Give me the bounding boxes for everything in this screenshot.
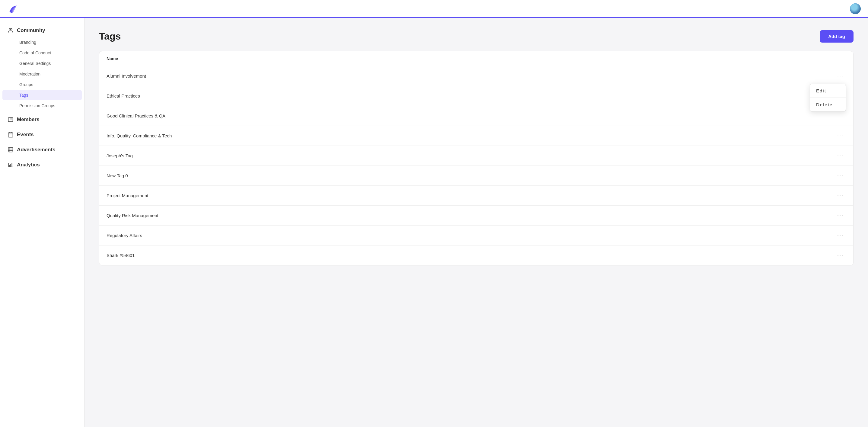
tag-name: Ethical Practices	[106, 93, 140, 98]
sidebar-sub-item-code-of-conduct[interactable]: Code of Conduct	[2, 48, 82, 58]
row-actions-button[interactable]: ···	[835, 211, 846, 220]
analytics-label: Analytics	[17, 162, 40, 168]
sidebar-section-members: Members	[0, 113, 84, 126]
context-menu-edit[interactable]: Edit	[810, 84, 846, 97]
svg-point-1	[10, 28, 12, 30]
table-row: Joseph's Tag ···	[99, 146, 853, 166]
row-actions-button[interactable]: ···	[835, 171, 846, 180]
row-actions-button[interactable]: ···	[835, 191, 846, 200]
sidebar-item-events[interactable]: Events	[0, 128, 84, 141]
ellipsis-icon: ···	[837, 212, 843, 219]
row-actions-button[interactable]: ···	[835, 112, 846, 120]
events-label: Events	[17, 132, 34, 138]
members-icon	[7, 116, 14, 123]
tag-name: Shark #54601	[106, 253, 134, 258]
row-actions-button[interactable]: ···	[835, 151, 846, 160]
page-header: Tags Add tag	[99, 30, 854, 42]
sidebar-sub-item-branding[interactable]: Branding	[2, 37, 82, 48]
svg-rect-19	[11, 163, 12, 167]
table-row: Info. Quality, Compliance & Tech ···	[99, 126, 853, 146]
ellipsis-icon: ···	[837, 192, 843, 199]
page-title: Tags	[99, 31, 121, 42]
main-layout: Community Branding Code of Conduct Gener…	[0, 18, 868, 427]
advertisements-icon	[7, 147, 14, 153]
sidebar-section-community: Community Branding Code of Conduct Gener…	[0, 24, 84, 111]
tags-table: Name Alumni Involvement ··· Edit Delete …	[99, 51, 854, 266]
main-content: Tags Add tag Name Alumni Involvement ···…	[85, 18, 868, 427]
row-actions-button[interactable]: ···	[835, 231, 846, 240]
sidebar-sub-item-moderation[interactable]: Moderation	[2, 69, 82, 79]
avatar[interactable]	[850, 3, 861, 14]
app-header	[0, 0, 868, 18]
table-column-header: Name	[99, 51, 853, 66]
ellipsis-icon: ···	[837, 73, 843, 79]
sidebar-section-advertisements: Advertisements	[0, 144, 84, 156]
sidebar-item-members[interactable]: Members	[0, 113, 84, 126]
table-row: Alumni Involvement ··· Edit Delete	[99, 66, 853, 86]
advertisements-label: Advertisements	[17, 147, 56, 153]
tag-name: Project Management	[106, 193, 148, 198]
tag-name: Good Clinical Practices & QA	[106, 113, 165, 118]
tag-name: New Tag 0	[106, 173, 128, 178]
sidebar-sub-item-groups[interactable]: Groups	[2, 80, 82, 90]
sidebar-sub-item-tags[interactable]: Tags	[2, 90, 82, 100]
ellipsis-icon: ···	[837, 132, 843, 139]
table-row: Good Clinical Practices & QA ···	[99, 106, 853, 126]
table-row: Ethical Practices ···	[99, 86, 853, 106]
ellipsis-icon: ···	[837, 252, 843, 258]
community-label: Community	[17, 28, 45, 33]
avatar-image	[850, 3, 861, 14]
tag-name: Info. Quality, Compliance & Tech	[106, 133, 172, 138]
events-icon	[7, 131, 14, 138]
sidebar-item-community[interactable]: Community	[0, 24, 84, 37]
svg-rect-17	[9, 165, 10, 167]
context-menu-delete[interactable]: Delete	[810, 98, 846, 112]
ellipsis-icon: ···	[837, 173, 843, 179]
table-row: Shark #54601 ···	[99, 245, 853, 265]
tag-name: Joseph's Tag	[106, 153, 133, 158]
ellipsis-icon: ···	[837, 232, 843, 239]
sidebar-item-analytics[interactable]: Analytics	[0, 158, 84, 171]
svg-rect-11	[8, 148, 13, 152]
logo-container	[7, 3, 18, 14]
analytics-icon	[7, 161, 14, 168]
row-actions-button[interactable]: ··· Edit Delete	[835, 71, 846, 80]
table-row: New Tag 0 ···	[99, 166, 853, 186]
tag-name: Alumni Involvement	[106, 73, 146, 79]
sidebar-item-advertisements[interactable]: Advertisements	[0, 144, 84, 156]
ellipsis-icon: ···	[837, 113, 843, 119]
ellipsis-icon: ···	[837, 152, 843, 159]
row-actions-button[interactable]: ···	[835, 251, 846, 260]
table-row: Quality Risk Management ···	[99, 206, 853, 225]
table-row: Regulatory Affairs ···	[99, 225, 853, 245]
table-row: Project Management ···	[99, 186, 853, 206]
add-tag-button[interactable]: Add tag	[820, 30, 854, 42]
sidebar-section-events: Events	[0, 128, 84, 141]
svg-rect-7	[8, 132, 13, 137]
logo-icon	[7, 3, 18, 14]
tag-name: Regulatory Affairs	[106, 233, 142, 238]
tag-name: Quality Risk Management	[106, 213, 158, 218]
sidebar-section-analytics: Analytics	[0, 158, 84, 171]
sidebar: Community Branding Code of Conduct Gener…	[0, 18, 85, 427]
sidebar-sub-item-permission-groups[interactable]: Permission Groups	[2, 100, 82, 111]
members-label: Members	[17, 117, 39, 123]
sidebar-sub-item-general-settings[interactable]: General Settings	[2, 58, 82, 68]
row-actions-button[interactable]: ···	[835, 131, 846, 140]
community-icon	[7, 27, 14, 34]
context-menu: Edit Delete	[810, 84, 846, 112]
svg-rect-18	[10, 164, 11, 167]
